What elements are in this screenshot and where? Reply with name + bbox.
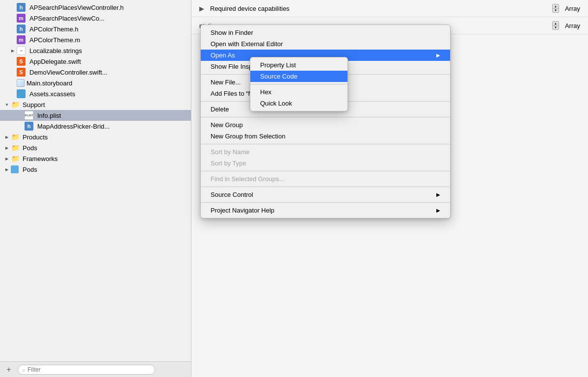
orientations-stepper[interactable]: ▲ ▼ (552, 21, 559, 30)
menu-item-source-control[interactable]: Source Control ▶ (201, 189, 450, 200)
menu-separator-7 (201, 202, 450, 203)
h-icon: h (17, 25, 26, 33)
pods-icon (11, 165, 19, 173)
sidebar-item-label: AppDelegate.swift (29, 58, 81, 65)
capability-row: ▶ Required device capabilities ▲ ▼ Array (191, 0, 588, 17)
folder-icon: 📁 (11, 143, 20, 152)
disclosure-icon[interactable] (4, 145, 10, 151)
sidebar-item-Pods[interactable]: 📁 Pods (0, 142, 191, 153)
folder-icon: 📁 (11, 154, 20, 163)
sidebar-item-Info-plist[interactable]: PLIST Info.plist (0, 110, 191, 121)
disclosure-icon[interactable] (4, 102, 10, 108)
menu-separator-6 (201, 187, 450, 187)
submenu-arrow-icon: ▶ (436, 208, 440, 213)
menu-item-label: Find in Selected Groups... (211, 175, 284, 183)
menu-item-label: Sort by Type (211, 160, 246, 167)
sidebar-item-Pods-root[interactable]: Pods (0, 164, 191, 175)
submenu-item-label: Quick Look (260, 100, 292, 107)
menu-item-label: New File... (211, 79, 241, 86)
submenu-item-hex[interactable]: Hex (250, 86, 347, 98)
sidebar-item-label: Assets.xcassets (29, 90, 75, 98)
sidebar-item-label: APColorTheme.m (29, 36, 80, 44)
sidebar-item-Support[interactable]: 📁 Support (0, 99, 191, 110)
menu-item-new-group-from-selection[interactable]: New Group from Selection (201, 131, 450, 142)
context-menu: Show in Finder Open with External Editor… (200, 25, 451, 218)
submenu-item-quick-look[interactable]: Quick Look (250, 98, 347, 109)
menu-item-label: Show in Finder (211, 29, 253, 36)
menu-item-find-in-selected-groups: Find in Selected Groups... (201, 173, 450, 185)
swift-icon: S (17, 57, 26, 66)
submenu-separator-1 (250, 84, 347, 84)
submenu-item-property-list[interactable]: Property List (250, 59, 347, 71)
sidebar-item-APSearchPlacesViewCo-m[interactable]: m APSearchPlacesViewCo... (0, 13, 191, 24)
disclosure-icon[interactable] (4, 134, 10, 140)
sidebar-item-AppDelegate-swift[interactable]: S AppDelegate.swift (0, 56, 191, 67)
submenu-arrow-icon: ▶ (436, 53, 440, 58)
sidebar-item-label: APColorTheme.h (29, 26, 79, 33)
sidebar-item-APColorTheme-h[interactable]: h APColorTheme.h (0, 24, 191, 34)
menu-item-project-navigator-help[interactable]: Project Navigator Help ▶ (201, 205, 450, 216)
sidebar-item-APSearchPlacesViewController-h[interactable]: h APSearchPlacesViewController.h (0, 2, 191, 13)
sidebar-item-label: DemoViewController.swift... (29, 69, 107, 76)
menu-item-show-in-finder[interactable]: Show in Finder (201, 27, 450, 38)
capability-label: Required device capabilities (210, 5, 290, 12)
menu-item-label: Open with External Editor (211, 40, 283, 48)
folder-icon: 📁 (11, 100, 20, 109)
menu-item-label: Delete (211, 106, 229, 113)
menu-item-label: Open As (211, 52, 235, 59)
disclosure-icon[interactable] (4, 166, 10, 172)
menu-item-open-with-external-editor[interactable]: Open with External Editor (201, 38, 450, 50)
m-icon: m (17, 35, 26, 44)
sidebar-item-label: APSearchPlacesViewCo... (29, 15, 105, 22)
sidebar-item-label: APSearchPlacesViewController.h (29, 4, 124, 11)
filter-bar: + ⌕ (0, 361, 191, 377)
menu-item-sort-by-type: Sort by Type (201, 158, 450, 169)
sidebar: h APSearchPlacesViewController.h m APSea… (0, 0, 191, 377)
sidebar-item-Frameworks[interactable]: 📁 Frameworks (0, 153, 191, 164)
submenu-item-label: Property List (260, 61, 296, 69)
submenu-open-as: Property List Source Code Hex Quick Look (250, 57, 348, 111)
sidebar-item-label: Frameworks (23, 155, 58, 162)
filter-search-input[interactable] (27, 366, 151, 373)
sidebar-item-DemoViewController-swift[interactable]: S DemoViewController.swift... (0, 67, 191, 78)
strings-icon: ≡ (17, 46, 26, 55)
menu-item-label: Project Navigator Help (211, 207, 274, 214)
sidebar-item-label: Products (23, 134, 48, 141)
menu-item-label: Sort by Name (211, 148, 249, 156)
sidebar-item-Assets-xcassets[interactable]: Assets.xcassets (0, 88, 191, 99)
sidebar-item-MapAddressPicker-Brid[interactable]: h MapAddressPicker-Brid... (0, 121, 191, 132)
capability-stepper[interactable]: ▲ ▼ (552, 4, 559, 13)
folder-icon: 📁 (11, 133, 20, 141)
h-icon: h (17, 3, 26, 12)
m-icon: m (17, 14, 26, 23)
menu-separator-3 (201, 117, 450, 117)
menu-separator-5 (201, 171, 450, 171)
menu-item-sort-by-name: Sort by Name (201, 146, 450, 158)
sidebar-item-Main-storyboard[interactable]: Main.storyboard (0, 78, 191, 88)
submenu-item-source-code[interactable]: Source Code (250, 71, 347, 82)
sidebar-item-label: Info.plist (37, 112, 61, 119)
search-icon: ⌕ (22, 367, 26, 373)
disclosure-icon[interactable] (4, 156, 10, 162)
xcassets-icon (17, 89, 26, 98)
sidebar-item-label: Localizable.strings (29, 47, 82, 54)
filter-input-container: ⌕ (18, 365, 155, 375)
sidebar-item-Products[interactable]: 📁 Products (0, 132, 191, 142)
submenu-item-label: Source Code (260, 73, 297, 80)
sidebar-item-APColorTheme-m[interactable]: m APColorTheme.m (0, 34, 191, 45)
capability-arrow-icon: ▶ (199, 5, 204, 12)
sidebar-item-label: Support (23, 101, 45, 108)
menu-item-label: New Group from Selection (211, 133, 285, 140)
menu-item-new-group[interactable]: New Group (201, 119, 450, 131)
h-icon: h (25, 122, 33, 131)
sidebar-item-label: MapAddressPicker-Brid... (37, 123, 109, 130)
sidebar-item-label: Pods (23, 166, 37, 173)
add-button[interactable]: + (4, 365, 14, 375)
disclosure-icon[interactable] (10, 48, 16, 54)
orientations-type: Array (565, 22, 580, 29)
menu-item-label: New Group (211, 121, 243, 129)
sidebar-item-label: Pods (23, 144, 37, 152)
sidebar-item-Localizable-strings[interactable]: ≡ Localizable.strings (0, 45, 191, 56)
submenu-arrow-icon: ▶ (436, 192, 440, 197)
swift-icon: S (17, 68, 26, 77)
